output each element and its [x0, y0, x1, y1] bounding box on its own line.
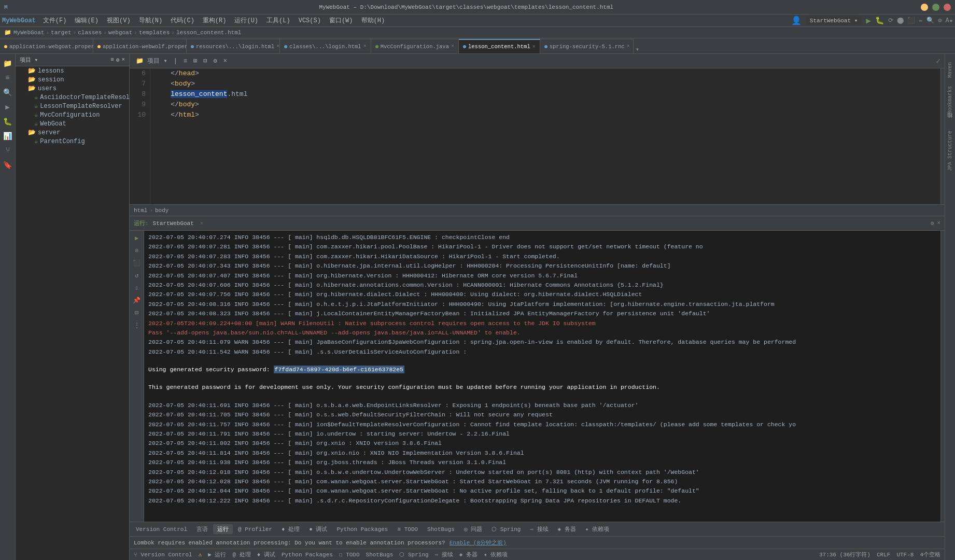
menu-edit[interactable]: 编辑(E) [71, 15, 103, 26]
run-restart-icon[interactable]: ↺ [132, 270, 142, 281]
breadcrumb-html[interactable]: html [134, 207, 147, 214]
tab-close-icon[interactable]: × [363, 44, 367, 49]
breadcrumb-item[interactable]: webgoat [108, 30, 132, 36]
toolbar-diff-btn[interactable]: ⊟ [201, 56, 209, 66]
tab-spring-security[interactable]: spring-security-5.1.rnc × [540, 39, 634, 53]
tab-dependencies[interactable]: ✦ 依赖项 [581, 524, 613, 534]
server-status[interactable]: ◈ 务器 [459, 551, 478, 558]
console-output[interactable]: 2022-07-05 20:40:07.274 INFO 38456 --- [… [144, 231, 940, 522]
project-icon[interactable]: 📁 [2, 57, 14, 69]
tree-item-parentconfig[interactable]: ☕ ParentConfig [16, 137, 129, 146]
shotbugs-status[interactable]: ShotBugs [366, 552, 394, 558]
toolbar-project-btn[interactable]: 📁 项目 ▾ [134, 55, 170, 66]
tab-classes-login[interactable]: classes\...\login.html × [280, 39, 371, 53]
breadcrumb-item[interactable]: MyWebGoat [13, 30, 44, 36]
menu-refactor[interactable]: 重构(R) [199, 15, 231, 26]
run-more-icon[interactable]: ⋮ [132, 320, 142, 330]
breadcrumb-item[interactable]: classes [78, 30, 102, 36]
tab-process[interactable]: ♦ 处理 [277, 524, 304, 534]
tree-item-webgoat[interactable]: ☕ WebGoat [16, 119, 129, 128]
bookmark-icon[interactable]: 🔖 [2, 159, 14, 171]
menu-file[interactable]: 文件(F) [39, 15, 71, 26]
find-icon[interactable]: 🔍 [2, 86, 14, 99]
maximize-button[interactable] [932, 4, 939, 11]
crlf-status[interactable]: CRLF [877, 552, 890, 558]
tab-close-icon[interactable]: × [451, 44, 454, 49]
tab-debug[interactable]: ● 调试 [305, 524, 331, 534]
tree-item-asciidoc[interactable]: ☕ AsciidoctorTemplateResolver [16, 93, 129, 102]
close-tree-icon[interactable]: × [121, 57, 125, 63]
toolbar-split-btn[interactable]: ⊞ [191, 56, 199, 66]
menu-code[interactable]: 代码(C) [166, 15, 199, 26]
position-status[interactable]: 37:36 (36行字符) [819, 551, 870, 558]
menu-window[interactable]: 窗口(W) [325, 15, 357, 26]
toolbar-align-btn[interactable]: ≡ [181, 57, 189, 66]
tree-item-server[interactable]: 📂 server [16, 128, 129, 137]
python-status[interactable]: Python Packages [282, 552, 333, 558]
tree-item-mvcconfig[interactable]: ☕ MvcConfiguration [16, 110, 129, 119]
close-button[interactable] [944, 4, 951, 11]
code-content[interactable]: </head> <body> lesson_content.html </bod… [150, 68, 940, 204]
tab-todo[interactable]: ≡ TODO [393, 525, 422, 534]
tab-close-icon[interactable]: × [627, 44, 630, 49]
menu-vcs[interactable]: VCS(S) [294, 16, 325, 25]
enable-link[interactable]: Enable (8分钟之前) [450, 539, 507, 547]
run-start-icon[interactable]: ▶ [132, 233, 142, 243]
tree-item-lesson-resolver[interactable]: ☕ LessonTemplateResolver [16, 102, 129, 110]
tab-close-icon[interactable]: × [532, 44, 536, 50]
right-label-structure[interactable]: 结构 [947, 120, 954, 124]
tab-version-control[interactable]: Version Control [132, 525, 191, 534]
tab-mvcconfig[interactable]: MvcConfiguration.java × [371, 39, 459, 53]
tab-lesson-content[interactable]: lesson_content.html × [459, 39, 540, 53]
tab-close-icon[interactable]: × [276, 44, 279, 49]
tab-server[interactable]: ◈ 务器 [554, 524, 580, 534]
tab-resources-login[interactable]: resources\...\login.html × [187, 39, 280, 53]
tab-run[interactable]: 运行 [213, 524, 233, 534]
run-kill-icon[interactable]: ⬛ [132, 258, 142, 268]
tab-webgoat-properties[interactable]: application-webgoat.properties × [0, 39, 93, 53]
tree-item-session[interactable]: 📂 session [16, 75, 129, 84]
run-status[interactable]: ▶ 运行 [208, 551, 226, 558]
run-button[interactable]: ▶ [866, 16, 871, 26]
panel-close-icon[interactable]: × [937, 220, 940, 227]
todo-status[interactable]: ☐ TODO [339, 551, 360, 558]
right-label-bookmarks[interactable]: Bookmarks [947, 84, 953, 116]
menu-nav[interactable]: 导航(N) [135, 15, 167, 26]
tree-item-lessons[interactable]: 📂 lessons [16, 66, 129, 75]
minimize-button[interactable] [921, 4, 928, 11]
tree-item-users[interactable]: 📂 users [16, 84, 129, 93]
right-label-maven[interactable]: Maven [947, 60, 953, 80]
menu-view[interactable]: 视图(V) [103, 15, 135, 26]
more-tabs-icon[interactable]: ▾ [636, 46, 639, 53]
console-scrollbar[interactable] [940, 231, 945, 522]
close-tab-icon[interactable]: × [200, 220, 204, 227]
tab-continue[interactable]: ⇨ 接续 [526, 524, 552, 534]
breadcrumb-item[interactable]: lesson_content.html [176, 30, 241, 36]
tab-language[interactable]: 言语 [192, 524, 212, 534]
tab-spring[interactable]: ⬡ Spring [487, 525, 525, 534]
structure-icon[interactable]: ≡ [2, 72, 14, 84]
menu-tools[interactable]: 工具(L) [262, 15, 294, 26]
run-pin-icon[interactable]: 📌 [132, 295, 142, 305]
spring-status[interactable]: ⬡ Spring [399, 551, 428, 558]
run-stop-icon[interactable]: ⊙ [132, 245, 142, 256]
run-scroll-icon[interactable]: ⇩ [132, 283, 142, 293]
profiler-status[interactable]: @ 处理 [232, 551, 250, 558]
run-filter-icon[interactable]: ⊟ [132, 307, 142, 318]
settings-icon[interactable]: ⚙ [116, 57, 120, 63]
tab-issues[interactable]: ◎ 问题 [460, 524, 486, 534]
toolbar-settings-btn[interactable]: ⚙ [212, 56, 219, 66]
connect-status[interactable]: ⇨ 接续 [435, 551, 453, 558]
editor-scrollbar[interactable] [940, 68, 945, 204]
breadcrumb-item[interactable]: target [51, 30, 72, 36]
version-control-status[interactable]: ⑂ Version Control [134, 552, 192, 558]
debug-button[interactable]: 🐛 [875, 16, 884, 25]
user-icon[interactable]: 👤 [791, 16, 802, 26]
run-panel-icon[interactable]: ▶ [2, 101, 14, 113]
toolbar-close-btn[interactable]: × [221, 57, 229, 66]
debug-panel-icon[interactable]: 🐛 [2, 115, 14, 128]
debug-status[interactable]: ♦ 调试 [257, 551, 275, 558]
right-label-jpa[interactable]: JPA Structure [947, 129, 953, 173]
tab-profiler[interactable]: @ Profiler [234, 525, 276, 534]
breadcrumb-body[interactable]: body [155, 207, 168, 214]
